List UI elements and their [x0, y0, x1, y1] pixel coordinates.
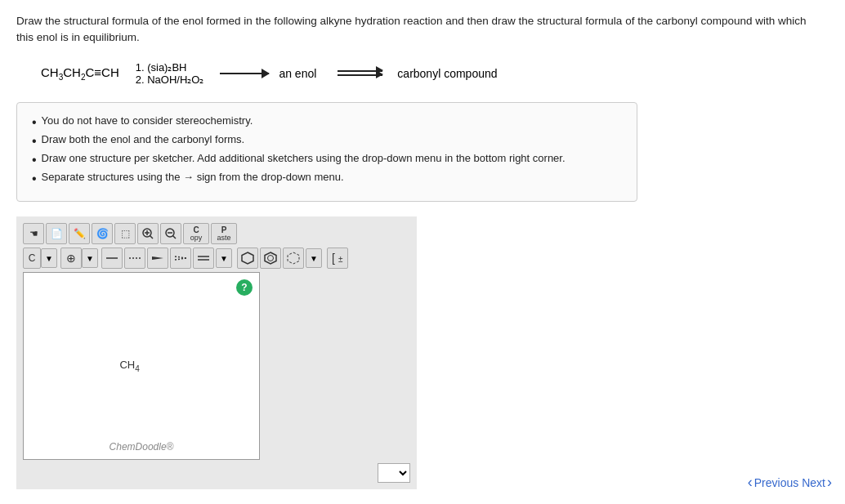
pencil-btn[interactable]: ✏️ — [69, 223, 90, 244]
benzene-btn[interactable] — [260, 248, 281, 269]
bracket-btn[interactable]: [ ± — [327, 248, 348, 269]
paste-btn[interactable]: P aste — [211, 223, 237, 244]
svg-marker-17 — [288, 252, 299, 264]
svg-marker-14 — [242, 252, 253, 264]
dotted-bond-btn[interactable] — [124, 248, 145, 269]
hexagon-btn[interactable] — [237, 248, 258, 269]
svg-marker-9 — [152, 256, 163, 260]
condition-2: 2. NaOH/H₂O₂ — [136, 74, 204, 86]
new-page-btn[interactable]: 📄 — [46, 223, 67, 244]
element-selector: C ▼ — [23, 248, 57, 269]
main-container: Draw the structural formula of the enol … — [0, 0, 845, 504]
svg-text:[: [ — [332, 252, 335, 265]
nav-buttons: ‹ Previous Next › — [748, 474, 832, 491]
carbonyl-label: carbonyl compound — [397, 67, 497, 80]
svg-line-5 — [173, 236, 177, 239]
ring-dropdown-btn[interactable]: ▼ — [306, 248, 322, 268]
svg-text:±: ± — [338, 255, 343, 264]
wedge-bond-btn[interactable] — [147, 248, 168, 269]
dashed-wedge-btn[interactable] — [170, 248, 191, 269]
charge-btn[interactable]: ⊕ — [60, 248, 82, 269]
info-item-1: You do not have to consider stereochemis… — [32, 114, 622, 130]
enol-label: an enol — [279, 67, 316, 80]
previous-label: Previous — [754, 476, 798, 489]
lasso-btn[interactable]: 🌀 — [92, 223, 113, 244]
svg-line-11 — [175, 258, 186, 260]
previous-chevron-icon: ‹ — [748, 474, 753, 491]
sketcher-canvas[interactable]: ? CH4 ChemDoodle® — [23, 272, 260, 460]
next-chevron-icon: › — [827, 474, 832, 491]
toolbar-row2: C ▼ ⊕ ▼ — [23, 248, 410, 269]
copy-btn[interactable]: C opy — [183, 223, 209, 244]
reaction-arrow-1 — [220, 73, 269, 74]
next-button[interactable]: Next › — [802, 474, 832, 491]
canvas-molecule-label: CH4 — [119, 359, 139, 373]
single-bond-btn[interactable] — [101, 248, 123, 269]
zoom-out-btn[interactable] — [160, 223, 181, 244]
sketcher-section: ☚ 📄 ✏️ 🌀 ⬚ C opy P — [16, 216, 417, 489]
other-ring-btn[interactable] — [283, 248, 304, 269]
charge-selector: ⊕ ▼ — [60, 248, 98, 269]
hand-tool-btn[interactable]: ☚ — [23, 223, 44, 244]
reaction-conditions: 1. (sia)₂BH 2. NaOH/H₂O₂ — [136, 61, 204, 86]
svg-line-1 — [150, 236, 154, 239]
element-c-btn[interactable]: C — [23, 248, 41, 269]
reaction-arrow-2 — [333, 70, 387, 76]
chemdoodle-label: ChemDoodle® — [110, 441, 174, 453]
info-list: You do not have to consider stereochemis… — [32, 114, 622, 187]
sketcher-footer: Add sketcher → — [23, 463, 410, 483]
previous-button[interactable]: ‹ Previous — [748, 474, 798, 491]
info-item-3: Draw one structure per sketcher. Add add… — [32, 152, 622, 167]
ring-dropdown: ▼ — [306, 248, 322, 268]
bond-dropdown: ▼ — [216, 248, 232, 268]
zoom-in-btn[interactable] — [137, 223, 159, 244]
svg-marker-15 — [265, 252, 276, 264]
condition-1: 1. (sia)₂BH — [136, 61, 187, 74]
canvas-help-icon[interactable]: ? — [236, 279, 253, 296]
question-text: Draw the structural formula of the enol … — [16, 13, 817, 47]
reaction-area: CH3CH2C≡CH 1. (sia)₂BH 2. NaOH/H₂O₂ an e… — [41, 61, 829, 86]
canvas-area: ? CH4 ChemDoodle® — [23, 272, 410, 460]
question-line2: this enol is in equilibrium. — [16, 31, 140, 43]
reactant-formula: CH3CH2C≡CH — [41, 65, 119, 82]
question-line1: Draw the structural formula of the enol … — [16, 15, 807, 27]
double-bond-btn[interactable] — [193, 248, 214, 269]
charge-dropdown-btn[interactable]: ▼ — [82, 248, 98, 268]
bond-dropdown-btn[interactable]: ▼ — [216, 248, 232, 268]
info-item-2: Draw both the enol and the carbonyl form… — [32, 133, 622, 149]
element-dropdown-btn[interactable]: ▼ — [41, 248, 57, 268]
marquee-btn[interactable]: ⬚ — [114, 223, 136, 244]
info-item-4: Separate structures using the → sign fro… — [32, 171, 622, 186]
toolbar-row1: ☚ 📄 ✏️ 🌀 ⬚ C opy P — [23, 223, 410, 244]
info-box: You do not have to consider stereochemis… — [16, 102, 637, 203]
sketcher-dropdown[interactable]: Add sketcher → — [378, 463, 410, 483]
svg-point-16 — [268, 256, 274, 261]
next-label: Next — [802, 476, 825, 489]
